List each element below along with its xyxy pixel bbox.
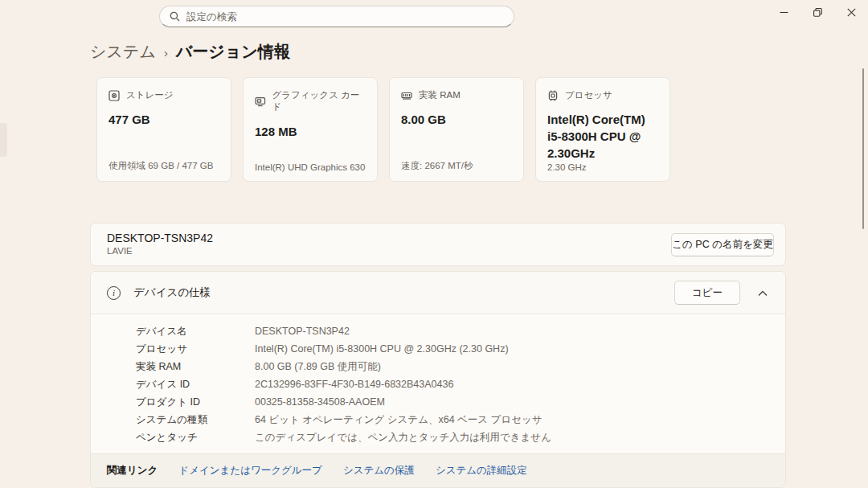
spec-row-device-name: デバイス名 DESKTOP-TSN3P42 <box>136 322 785 340</box>
spec-label: デバイス名 <box>136 322 255 340</box>
spec-value: 8.00 GB (7.89 GB 使用可能) <box>255 358 381 375</box>
title-bar <box>0 0 868 34</box>
spec-row-system-type: システムの種類 64 ビット オペレーティング システム、x64 ベース プロセ… <box>136 411 785 429</box>
spec-label: システムの種類 <box>136 411 255 429</box>
device-specs-panel: i デバイスの仕様 コピー デバイス名 DESKTOP-TSN3P42 プロセッ… <box>90 271 786 488</box>
spec-row-pen-touch: ペンとタッチ このディスプレイでは、ペン入力とタッチ入力は利用できません <box>136 429 785 446</box>
device-name: DESKTOP-TSN3P42 <box>107 232 213 245</box>
chevron-up-icon[interactable] <box>758 285 768 300</box>
device-name-panel: DESKTOP-TSN3P42 LAVIE この PC の名前を変更 <box>90 223 786 266</box>
related-links-bar: 関連リンク ドメインまたはワークグループ システムの保護 システムの詳細設定 <box>91 453 785 487</box>
device-specs-header[interactable]: i デバイスの仕様 コピー <box>91 272 785 314</box>
info-icon: i <box>107 286 121 300</box>
spec-value: 64 ビット オペレーティング システム、x64 ベース プロセッサ <box>255 411 542 429</box>
card-label: グラフィックス カード <box>272 89 366 113</box>
close-icon <box>847 8 856 17</box>
spec-value: このディスプレイでは、ペン入力とタッチ入力は利用できません <box>255 429 551 446</box>
card-footer: 速度: 2667 MT/秒 <box>401 160 515 172</box>
restore-button[interactable] <box>800 0 834 24</box>
card-footer: 使用領域 69 GB / 477 GB <box>108 160 223 172</box>
card-label: ストレージ <box>126 89 174 101</box>
spec-row-ram: 実装 RAM 8.00 GB (7.89 GB 使用可能) <box>136 358 785 375</box>
spec-label: プロダクト ID <box>136 393 255 411</box>
spec-row-processor: プロセッサ Intel(R) Core(TM) i5-8300H CPU @ 2… <box>136 340 785 358</box>
link-advanced-system-settings[interactable]: システムの詳細設定 <box>436 464 527 478</box>
spec-row-device-id: デバイス ID 2C132996-83FF-4F30-B149-6832B43A… <box>136 375 785 393</box>
link-system-protection[interactable]: システムの保護 <box>343 464 415 478</box>
search-icon <box>170 11 180 22</box>
breadcrumb: システム › バージョン情報 <box>90 41 290 63</box>
breadcrumb-system[interactable]: システム <box>90 41 156 63</box>
card-footer: Intel(R) UHD Graphics 630 <box>255 162 369 172</box>
card-value: 8.00 GB <box>401 111 512 128</box>
processor-card[interactable]: プロセッサ Intel(R) Core(TM) i5-8300H CPU @ 2… <box>535 77 670 182</box>
card-value: 477 GB <box>108 111 219 128</box>
settings-search-box[interactable] <box>159 6 514 27</box>
device-specs-title: デバイスの仕様 <box>133 285 211 300</box>
ram-card[interactable]: 実装 RAM 8.00 GB 速度: 2667 MT/秒 <box>389 77 524 182</box>
storage-card[interactable]: ストレージ 477 GB 使用領域 69 GB / 477 GB <box>96 77 231 182</box>
search-input[interactable] <box>186 11 506 23</box>
graphics-card[interactable]: グラフィックス カード 128 MB Intel(R) UHD Graphics… <box>243 77 378 182</box>
card-value: 128 MB <box>255 123 366 140</box>
storage-icon <box>108 90 120 101</box>
window-controls <box>767 0 868 24</box>
copy-button[interactable]: コピー <box>674 281 740 305</box>
card-label: 実装 RAM <box>419 89 461 101</box>
restore-icon <box>813 8 822 17</box>
related-links-label: 関連リンク <box>107 464 158 478</box>
spec-label: 実装 RAM <box>136 358 255 375</box>
nav-pane-edge <box>0 123 7 157</box>
minimize-button[interactable] <box>767 0 800 24</box>
device-subtitle: LAVIE <box>107 245 213 257</box>
vertical-scrollbar[interactable] <box>862 68 864 229</box>
close-button[interactable] <box>834 0 868 24</box>
device-specs-body: デバイス名 DESKTOP-TSN3P42 プロセッサ Intel(R) Cor… <box>91 314 785 446</box>
spec-value: 2C132996-83FF-4F30-B149-6832B43A0436 <box>255 375 453 393</box>
spec-label: ペンとタッチ <box>136 429 255 446</box>
spec-value: Intel(R) Core(TM) i5-8300H CPU @ 2.30GHz… <box>255 340 509 358</box>
spec-label: デバイス ID <box>136 375 255 393</box>
link-domain-workgroup[interactable]: ドメインまたはワークグループ <box>178 464 322 478</box>
spec-value: 00325-81358-34508-AAOEM <box>255 393 385 411</box>
spec-row-product-id: プロダクト ID 00325-81358-34508-AAOEM <box>136 393 785 411</box>
graphics-icon <box>255 96 266 107</box>
rename-pc-button[interactable]: この PC の名前を変更 <box>671 233 774 256</box>
settings-window: システム › バージョン情報 ストレージ 477 GB 使用領域 69 GB /… <box>0 0 868 488</box>
spec-value: DESKTOP-TSN3P42 <box>255 322 350 340</box>
processor-icon <box>547 90 559 101</box>
page-title: バージョン情報 <box>176 41 290 63</box>
card-value: Intel(R) Core(TM) i5-8300H CPU @ 2.30GHz <box>547 111 658 162</box>
card-label: プロセッサ <box>565 89 612 101</box>
breadcrumb-separator-icon: › <box>164 44 168 59</box>
minimize-icon <box>780 8 788 17</box>
spec-label: プロセッサ <box>136 340 255 358</box>
ram-icon <box>401 90 412 101</box>
card-footer: 2.30 GHz <box>547 162 661 172</box>
